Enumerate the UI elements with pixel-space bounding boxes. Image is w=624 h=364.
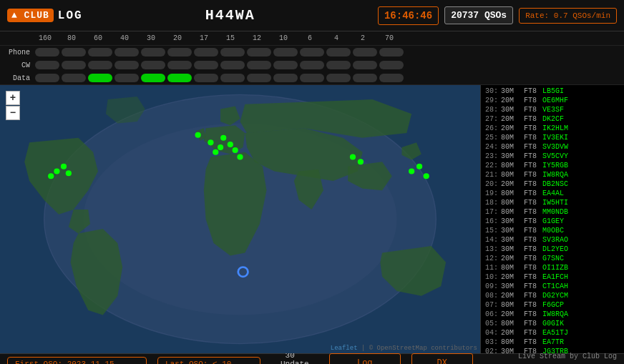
svg-point-17 xyxy=(409,169,414,174)
log-num: 17: xyxy=(484,207,498,217)
dx-spots-button[interactable]: DX Spots xyxy=(411,353,473,364)
log-callsign: DL2YEO xyxy=(542,245,568,254)
logo-club: CLUB xyxy=(24,10,49,21)
log-row[interactable]: 04:20MFT8EA51TJ xyxy=(481,328,624,338)
band-pill-data-12 xyxy=(247,74,271,82)
mode-row-data: Data xyxy=(0,72,624,84)
band-pill-cw-70 xyxy=(379,61,404,69)
log-band: 30M xyxy=(501,226,521,235)
log-row[interactable]: 28:30MFT8VE3SF xyxy=(481,105,624,114)
svg-point-11 xyxy=(61,164,67,169)
log-row[interactable]: 08:20MFT8DG2YCM xyxy=(481,291,624,300)
map-background: Leaflet | © OpenStreetMap contributors xyxy=(0,85,480,353)
log-row[interactable]: 12:20MFT8G7SNC xyxy=(481,254,624,263)
log-row[interactable]: 10:20MFT8EA1FCH xyxy=(481,272,624,282)
log-row[interactable]: 25:80MFT8IV3EKI xyxy=(481,133,624,142)
log-row[interactable]: 20:20MFT8DB2NSC xyxy=(481,179,624,189)
log-num: 06: xyxy=(484,310,498,319)
log-callsign: EA7TR xyxy=(542,338,564,347)
last-qso-stat: Last QSO: < 10 mins xyxy=(157,357,260,364)
band-cells: 16080604030201715121064270 xyxy=(33,34,618,42)
log-row[interactable]: 15:30MFT8M0OBC xyxy=(481,226,624,235)
band-pill-data-80 xyxy=(62,74,86,82)
log-row[interactable]: 27:20MFT8DK2CF xyxy=(481,114,624,124)
mode-label-cw: CW xyxy=(6,62,33,69)
band-pill-cw-6 xyxy=(300,61,324,69)
log-mode: FT8 xyxy=(524,170,540,179)
log-num: 23: xyxy=(484,152,498,161)
log-row[interactable]: 09:30MFT8CT1CAH xyxy=(481,282,624,291)
log-panel[interactable]: 30:30MFT8LB5GI29:20MFT8OE6MHF28:30MFT8VE… xyxy=(481,85,624,353)
mode-row-cw: CW xyxy=(0,59,624,72)
band-pill-data-30 xyxy=(141,74,165,82)
log-callsign: SV3RAO xyxy=(542,235,568,245)
map-container[interactable]: Leaflet | © OpenStreetMap contributors +… xyxy=(0,85,481,353)
log-band: 20M xyxy=(501,254,521,263)
log-row[interactable]: 14:30MFT8SV3RAO xyxy=(481,235,624,245)
band-label-4: 4 xyxy=(324,34,348,42)
band-pill-phone-4 xyxy=(326,48,351,56)
log-row[interactable]: 22:80MFT8IY5RGB xyxy=(481,161,624,170)
log-band: 20M xyxy=(501,124,521,133)
log-row[interactable]: 06:20MFT8IW8RQA xyxy=(481,310,624,319)
zoom-out-button[interactable]: − xyxy=(6,106,20,120)
logo-text: LOG xyxy=(58,9,83,22)
clublog-logo-icon: ▲ CLUB xyxy=(7,9,54,22)
svg-point-15 xyxy=(358,159,364,164)
log-row[interactable]: 19:80MFT8EA4AL xyxy=(481,189,624,198)
log-num: 08: xyxy=(484,291,498,300)
log-mode: FT8 xyxy=(524,272,540,282)
log-row[interactable]: 26:20MFT8IK2HLM xyxy=(481,124,624,133)
log-callsign: CT1CAH xyxy=(542,282,568,291)
log-row[interactable]: 11:80MFT8OI1IZB xyxy=(481,263,624,272)
log-mode: FT8 xyxy=(524,245,540,254)
log-callsign: VE3SF xyxy=(542,105,564,114)
log-mode: FT8 xyxy=(524,124,540,133)
log-row[interactable]: 18:80MFT8IW5HTI xyxy=(481,198,624,207)
rate-badge: Rate: 0.7 QSOs/min xyxy=(519,8,617,24)
log-band: 20M xyxy=(501,291,521,300)
log-search-button[interactable]: Log Search xyxy=(329,353,401,364)
log-band: 30M xyxy=(501,87,521,96)
log-row[interactable]: 21:80MFT8IW8RQA xyxy=(481,170,624,179)
log-row[interactable]: 30:30MFT8LB5GI xyxy=(481,87,624,96)
log-row[interactable]: 29:20MFT8OE6MHF xyxy=(481,96,624,105)
log-row[interactable]: 07:80MFT8F6GCP xyxy=(481,300,624,310)
log-row[interactable]: 16:30MFT8G1GEY xyxy=(481,217,624,226)
band-label-6: 6 xyxy=(298,34,322,42)
log-num: 03: xyxy=(484,338,498,347)
band-pill-cw-20 xyxy=(167,61,192,69)
mode-row-phone: Phone xyxy=(0,46,624,59)
log-band: 30M xyxy=(501,235,521,245)
log-num: 18: xyxy=(484,198,498,207)
callsign: H44WA xyxy=(83,7,378,24)
log-callsign: OI1IZB xyxy=(542,263,568,272)
band-pill-cw-2 xyxy=(353,61,377,69)
band-label-15: 15 xyxy=(218,34,243,42)
log-callsign: IW8RQA xyxy=(542,310,568,319)
band-pill-data-17 xyxy=(194,74,218,82)
log-row[interactable]: 17:80MFT8MM0NDB xyxy=(481,207,624,217)
log-num: 21: xyxy=(484,170,498,179)
log-num: 29: xyxy=(484,96,498,105)
log-row[interactable]: 13:30MFT8DL2YEO xyxy=(481,245,624,254)
log-row[interactable]: 23:30MFT8SV5CVY xyxy=(481,152,624,161)
log-row[interactable]: 03:80MFT8EA7TR xyxy=(481,338,624,347)
map-controls[interactable]: + − xyxy=(6,91,20,120)
log-row[interactable]: 05:80MFT8G0GIK xyxy=(481,319,624,328)
log-mode: FT8 xyxy=(524,207,540,217)
svg-point-7 xyxy=(208,139,213,145)
band-label-2: 2 xyxy=(351,34,375,42)
live-stream-text: Live Stream by Club Log xyxy=(484,351,617,363)
log-row[interactable]: 24:80MFT8SV3DVW xyxy=(481,142,624,152)
band-label-20: 20 xyxy=(165,34,190,42)
log-mode: FT8 xyxy=(524,189,540,198)
zoom-in-button[interactable]: + xyxy=(6,91,20,105)
log-callsign: G0GIK xyxy=(542,319,564,328)
mode-rows: PhoneCWData xyxy=(0,46,624,85)
log-mode: FT8 xyxy=(524,198,540,207)
log-num: 30: xyxy=(484,87,498,96)
log-callsign: SV3DVW xyxy=(542,142,568,152)
log-callsign: IK2HLM xyxy=(542,124,568,133)
leaflet-link[interactable]: Leaflet xyxy=(331,345,358,352)
